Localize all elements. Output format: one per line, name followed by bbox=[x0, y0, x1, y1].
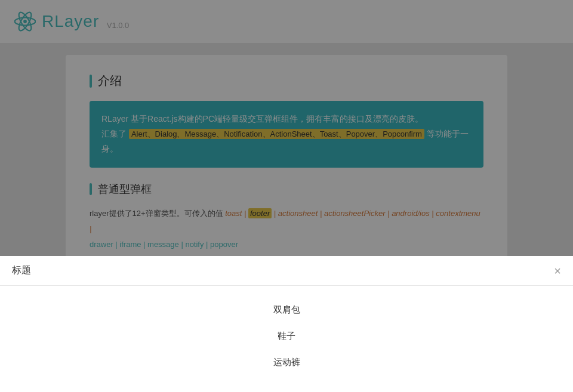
drawer-item-2[interactable]: 运动裤 bbox=[273, 350, 300, 374]
drawer-item-0[interactable]: 双肩包 bbox=[273, 298, 300, 322]
drawer-item-1[interactable]: 鞋子 bbox=[278, 324, 295, 348]
drawer-header: 标题 × bbox=[0, 256, 573, 286]
drawer-close-button[interactable]: × bbox=[554, 265, 561, 277]
drawer-modal: 标题 × 双肩包 鞋子 运动裤 bbox=[0, 256, 573, 392]
drawer-title: 标题 bbox=[12, 264, 31, 277]
drawer-body: 双肩包 鞋子 运动裤 bbox=[0, 286, 573, 392]
